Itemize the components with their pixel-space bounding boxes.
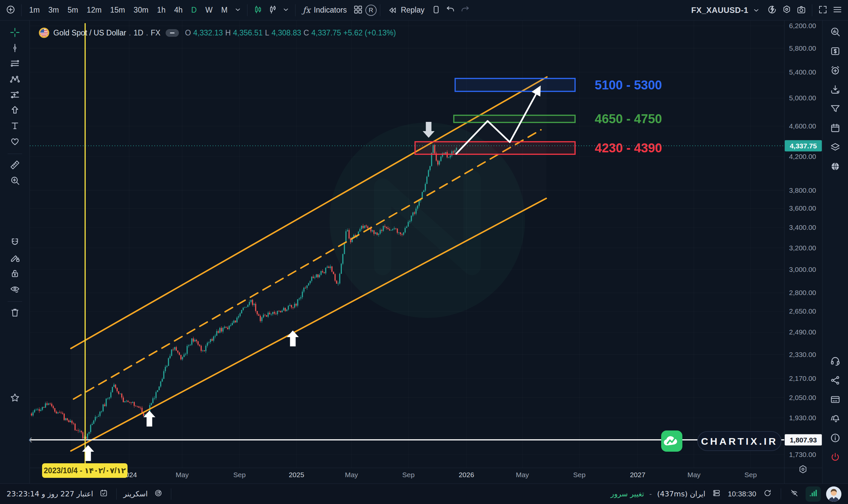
- current-price-badge: 4,337.75: [785, 140, 822, 151]
- replay-button[interactable]: Replay: [384, 3, 429, 18]
- price-chart[interactable]: 5100 - 53004650 - 47504230 - 43906,200.0…: [30, 20, 822, 484]
- timeframe-W-button[interactable]: W: [201, 3, 217, 17]
- heart-button[interactable]: [7, 136, 22, 149]
- layers-button[interactable]: [828, 141, 843, 154]
- share-button[interactable]: [828, 374, 843, 388]
- screener-link[interactable]: اسکرینر: [123, 490, 148, 498]
- symbol-search-button[interactable]: [828, 26, 843, 39]
- support-headset-button[interactable]: [828, 355, 843, 368]
- candles-style-icon: [268, 5, 278, 16]
- filter-button[interactable]: [828, 103, 843, 116]
- divider: [116, 488, 117, 500]
- magnet-icon: [10, 237, 20, 249]
- svg-text:May: May: [687, 471, 701, 479]
- legend-timeframe[interactable]: 1D: [134, 29, 143, 37]
- pricing-button[interactable]: [828, 45, 843, 58]
- drawing-lock-button[interactable]: [7, 252, 22, 265]
- price-zone[interactable]: 4230 - 4390: [415, 141, 662, 155]
- payment-card-button[interactable]: [828, 393, 843, 407]
- network-status-button[interactable]: [788, 488, 800, 500]
- chart-style-alt-button[interactable]: [265, 3, 280, 18]
- globe-button[interactable]: [828, 160, 843, 174]
- timeframe-3m-button[interactable]: 3m: [44, 3, 63, 17]
- symbol-legend[interactable]: Gold Spot / US Dollar . 1D . FX O4,332.1…: [38, 27, 396, 38]
- r-mode-button[interactable]: R: [365, 5, 377, 16]
- star-button[interactable]: [7, 392, 22, 405]
- timeframe-D-button[interactable]: D: [187, 3, 201, 17]
- notifications-button[interactable]: [828, 413, 843, 426]
- quick-action-button[interactable]: [765, 3, 779, 18]
- lock-all-button[interactable]: [7, 268, 22, 281]
- trash-button[interactable]: [7, 307, 22, 320]
- screener-button[interactable]: [152, 488, 164, 500]
- info-icon: [830, 432, 841, 445]
- settings-button[interactable]: [779, 3, 794, 18]
- globe-icon: [830, 161, 841, 173]
- timeframe-15m-button[interactable]: 15m: [106, 3, 129, 17]
- snapshot-button[interactable]: [794, 3, 809, 18]
- trend-point-button[interactable]: [7, 42, 22, 55]
- main-menu-button[interactable]: [830, 3, 845, 18]
- arrow-up-shape-button[interactable]: [7, 104, 22, 118]
- refresh-button[interactable]: [762, 488, 774, 500]
- toolbar-collapse-handle[interactable]: ‹: [29, 432, 33, 446]
- projection-button[interactable]: [7, 89, 22, 102]
- layout-select[interactable]: FX_XAUUSD-1: [687, 3, 765, 18]
- zoom-in-button[interactable]: [7, 175, 22, 188]
- timeframe-M-button[interactable]: M: [217, 3, 232, 17]
- legend-minimize-button[interactable]: [166, 29, 179, 37]
- timeframe-12m-button[interactable]: 12m: [83, 3, 106, 17]
- timeframe-30m-button[interactable]: 30m: [129, 3, 153, 17]
- crosshair-button[interactable]: [7, 26, 22, 40]
- symbol-search-icon: [830, 26, 841, 39]
- power-button[interactable]: [828, 451, 843, 464]
- add-symbol-button[interactable]: [3, 3, 18, 18]
- timeframe-1m-button[interactable]: 1m: [25, 3, 44, 17]
- trend-lines-button[interactable]: [7, 58, 22, 71]
- validity-calendar-button[interactable]: [98, 488, 110, 500]
- ruler-icon: [10, 160, 20, 172]
- event-date-label[interactable]: 2023/10/4 - ۱۴۰۲/۰۷/۱۲: [42, 463, 127, 478]
- server-button[interactable]: [710, 488, 722, 500]
- download-button[interactable]: [828, 84, 843, 97]
- undo-icon: [445, 5, 456, 16]
- trash-icon: [10, 307, 20, 319]
- axis-settings-button[interactable]: [798, 464, 810, 476]
- chevron-down-icon: [752, 4, 761, 16]
- symbol-title[interactable]: Gold Spot / US Dollar: [53, 29, 126, 37]
- layout-grid-button[interactable]: [351, 3, 365, 18]
- timeframe-1h-button[interactable]: 1h: [153, 3, 170, 17]
- connection-quality-button[interactable]: [806, 486, 821, 502]
- svg-text:Sep: Sep: [233, 471, 245, 479]
- chartix-brand-text: CHARTIX.IR: [701, 436, 778, 447]
- change-server-link[interactable]: تغییر سرور: [611, 490, 644, 498]
- timeframe-4h-button[interactable]: 4h: [170, 3, 187, 17]
- svg-text:4,337.75: 4,337.75: [790, 142, 817, 150]
- network-off-icon: [790, 489, 799, 499]
- xabcd-pattern-button[interactable]: [7, 73, 22, 86]
- ruler-button[interactable]: [7, 159, 22, 172]
- fullscreen-button[interactable]: [815, 3, 830, 18]
- info-button[interactable]: [828, 432, 843, 445]
- timeframe-5m-button[interactable]: 5m: [63, 3, 83, 17]
- timeframe-menu-button[interactable]: [232, 4, 244, 16]
- magnet-button[interactable]: [7, 236, 22, 250]
- undo-button[interactable]: [443, 3, 458, 18]
- heart-icon: [10, 136, 20, 148]
- text-tool-button[interactable]: [7, 120, 22, 133]
- chart-style-candles-button[interactable]: [251, 3, 265, 18]
- user-avatar[interactable]: [826, 486, 841, 502]
- ohlc-values: O4,332.13 H4,356.51 L4,308.83 C4,337.75 …: [185, 29, 396, 37]
- chart-region[interactable]: 5100 - 53004650 - 47504230 - 43906,200.0…: [30, 20, 822, 484]
- chart-style-menu-button[interactable]: [280, 4, 292, 16]
- hide-drawings-button[interactable]: [7, 283, 22, 296]
- redo-button[interactable]: [458, 3, 472, 18]
- alarm-add-button[interactable]: [828, 64, 843, 77]
- price-zone[interactable]: 5100 - 5300: [455, 78, 662, 92]
- indicators-button[interactable]: ƒx Indicators: [299, 3, 351, 18]
- xabcd-pattern-icon: [10, 74, 20, 86]
- hamburger-icon: [832, 5, 842, 16]
- calendar-button[interactable]: [828, 122, 843, 135]
- frame-tool-button[interactable]: [429, 3, 443, 18]
- server-icon: [712, 489, 721, 499]
